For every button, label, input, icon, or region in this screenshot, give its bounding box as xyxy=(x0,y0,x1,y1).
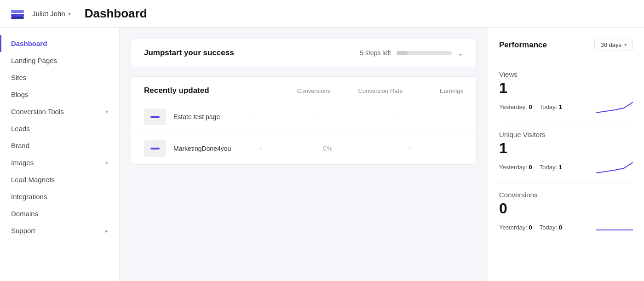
days-label: 30 days xyxy=(600,41,621,48)
table-row[interactable]: MarketingDone4you - 0% - xyxy=(131,133,476,164)
sidebar-item-lead-magnets[interactable]: Lead Magnets xyxy=(0,171,119,188)
metrics-container: Views 1 Yesterday: 0 Today: 1 Unique Vis… xyxy=(499,62,633,243)
chevron-right-icon: ▸ xyxy=(105,228,108,234)
sidebar-item-domains[interactable]: Domains xyxy=(0,205,119,222)
today-val: 1 xyxy=(559,103,562,110)
page-name: MarketingDone4you xyxy=(173,145,231,152)
sidebar-item-sites[interactable]: Sites xyxy=(0,69,119,86)
expand-icon[interactable]: ⌄ xyxy=(457,49,463,57)
yesterday-val: 0 xyxy=(529,103,532,110)
today-val: 1 xyxy=(559,164,562,171)
recently-updated-title: Recently updated xyxy=(144,86,209,95)
metric-sub: Yesterday: 0 Today: 1 xyxy=(499,100,633,114)
metric-sub-left: Yesterday: 0 Today: 1 xyxy=(499,103,562,110)
sidebar-item-leads[interactable]: Leads xyxy=(0,120,119,137)
cell-conversions: - xyxy=(220,113,280,120)
progress-bar xyxy=(397,51,452,55)
steps-label: 5 steps left xyxy=(360,49,391,57)
page-thumb-bar xyxy=(150,148,160,149)
sidebar: DashboardLanding PagesSitesBlogsConversi… xyxy=(0,28,120,281)
svg-rect-0 xyxy=(11,14,24,17)
yesterday-val: 0 xyxy=(529,164,532,171)
sidebar-item-conversion-tools[interactable]: Conversion Tools▾ xyxy=(0,103,119,120)
logo-icon xyxy=(9,6,26,22)
page-thumb xyxy=(144,140,166,157)
yesterday-label: Yesterday: 0 xyxy=(499,103,532,110)
days-dropdown[interactable]: 30 days ▾ xyxy=(594,39,633,51)
cell-conversions: - xyxy=(231,145,291,152)
metric-sub-left: Yesterday: 0 Today: 1 xyxy=(499,164,562,171)
mini-chart xyxy=(596,100,633,114)
cell-earnings: - xyxy=(353,113,399,120)
yesterday-label: Yesterday: 0 xyxy=(499,164,532,171)
col-header-earnings: Earnings xyxy=(417,87,463,94)
page-thumb xyxy=(144,109,166,125)
progress-bar-fill xyxy=(397,51,408,55)
page-name: Estate test page xyxy=(173,113,220,120)
metric-label: Unique Visitors xyxy=(499,131,633,138)
metric-label: Views xyxy=(499,70,633,78)
recently-updated-card: Recently updated Conversions Conversion … xyxy=(131,76,477,165)
content-area: Jumpstart your success 5 steps left ⌄ Re… xyxy=(120,28,488,281)
table-body: Estate test page - - - MarketingDone4you… xyxy=(131,101,476,164)
performance-panel: Performance 30 days ▾ Views 1 Yesterday:… xyxy=(488,28,644,281)
svg-rect-2 xyxy=(11,17,24,19)
page-thumb-bar xyxy=(150,116,160,118)
sidebar-item-images[interactable]: Images▾ xyxy=(0,154,119,171)
yesterday-label: Yesterday: 0 xyxy=(499,224,532,231)
metric-block-unique-visitors: Unique Visitors 1 Yesterday: 0 Today: 1 xyxy=(499,122,633,183)
jumpstart-bar: Jumpstart your success 5 steps left ⌄ xyxy=(131,39,476,67)
jumpstart-right: 5 steps left ⌄ xyxy=(360,49,463,57)
today-label: Today: 1 xyxy=(540,164,562,171)
mini-chart xyxy=(596,221,633,235)
jumpstart-title: Jumpstart your success xyxy=(144,48,234,57)
metric-sub: Yesterday: 0 Today: 0 xyxy=(499,221,633,235)
topbar: Juliet John ▾ Dashboard xyxy=(0,0,644,28)
sidebar-item-brand[interactable]: Brand xyxy=(0,137,119,154)
metric-sub-left: Yesterday: 0 Today: 0 xyxy=(499,224,562,231)
page-title: Dashboard xyxy=(85,6,147,21)
metric-block-views: Views 1 Yesterday: 0 Today: 1 xyxy=(499,62,633,122)
sidebar-item-integrations[interactable]: Integrations xyxy=(0,188,119,205)
recently-updated-header: Recently updated Conversions Conversion … xyxy=(131,77,476,101)
metric-value: 1 xyxy=(499,80,633,96)
metric-block-conversions: Conversions 0 Yesterday: 0 Today: 0 xyxy=(499,183,633,242)
sidebar-item-landing-pages[interactable]: Landing Pages xyxy=(0,52,119,69)
days-caret-icon: ▾ xyxy=(624,42,627,48)
metric-value: 1 xyxy=(499,140,633,156)
metric-label: Conversions xyxy=(499,191,633,199)
metric-sub: Yesterday: 0 Today: 1 xyxy=(499,160,633,174)
performance-header: Performance 30 days ▾ xyxy=(499,39,633,51)
cell-earnings: - xyxy=(364,145,410,152)
user-name: Juliet John xyxy=(32,10,65,17)
today-val: 0 xyxy=(559,224,562,231)
user-area[interactable]: Juliet John ▾ xyxy=(9,6,71,22)
col-header-rate: Conversion Rate xyxy=(344,87,417,94)
performance-title: Performance xyxy=(499,40,547,50)
chevron-down-icon: ▾ xyxy=(105,109,108,115)
table-row[interactable]: Estate test page - - - xyxy=(131,101,476,133)
user-dropdown-icon[interactable]: ▾ xyxy=(68,11,71,17)
mini-chart xyxy=(596,160,633,174)
svg-rect-1 xyxy=(11,10,24,13)
sidebar-item-dashboard[interactable]: Dashboard xyxy=(0,35,119,52)
chevron-down-icon: ▾ xyxy=(105,160,108,166)
metric-value: 0 xyxy=(499,201,633,217)
sidebar-item-blogs[interactable]: Blogs xyxy=(0,86,119,103)
sidebar-item-support[interactable]: Support▸ xyxy=(0,222,119,239)
yesterday-val: 0 xyxy=(529,224,532,231)
jumpstart-card: Jumpstart your success 5 steps left ⌄ xyxy=(131,39,477,67)
cell-rate: 0% xyxy=(291,145,364,152)
cell-rate: - xyxy=(280,113,353,120)
today-label: Today: 0 xyxy=(540,224,562,231)
main-layout: DashboardLanding PagesSitesBlogsConversi… xyxy=(0,28,644,281)
col-header-conversions: Conversions xyxy=(284,87,344,94)
today-label: Today: 1 xyxy=(540,103,562,110)
